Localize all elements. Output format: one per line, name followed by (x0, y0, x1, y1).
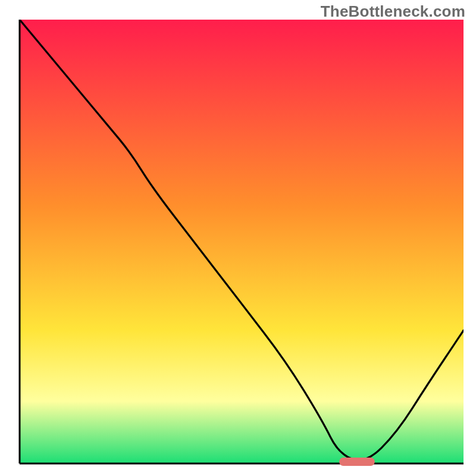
optimal-marker (339, 458, 375, 466)
plot-background (20, 20, 464, 464)
watermark-text: TheBottleneck.com (321, 2, 465, 21)
bottleneck-chart (0, 0, 476, 476)
